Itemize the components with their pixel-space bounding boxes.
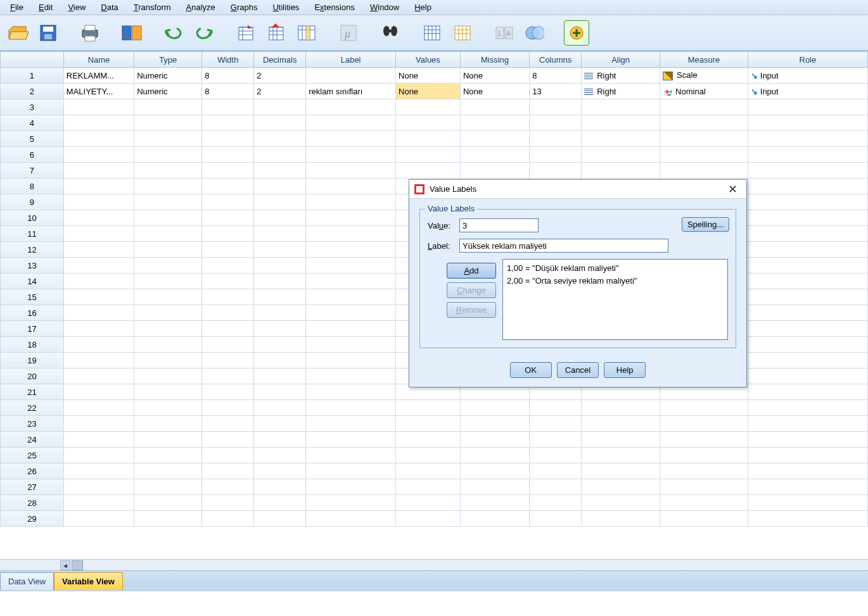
row-header[interactable]: 19: [1, 353, 64, 368]
empty-cell[interactable]: [63, 511, 134, 527]
empty-cell[interactable]: [63, 163, 134, 179]
select-cases-icon[interactable]: [564, 20, 589, 46]
table-row-empty[interactable]: 24: [1, 432, 868, 448]
goto-variable-icon[interactable]: [264, 20, 289, 46]
scroll-left-arrow-icon[interactable]: ◄: [60, 560, 70, 570]
empty-cell[interactable]: [306, 368, 396, 384]
row-header[interactable]: 28: [1, 495, 64, 511]
empty-cell[interactable]: [748, 384, 867, 400]
empty-cell[interactable]: [748, 131, 867, 147]
empty-cell[interactable]: [202, 337, 254, 353]
empty-cell[interactable]: [202, 115, 254, 131]
empty-cell[interactable]: [306, 305, 396, 321]
empty-cell[interactable]: [254, 289, 306, 305]
weight-cases-icon[interactable]: [522, 20, 547, 46]
empty-cell[interactable]: [748, 368, 867, 384]
cell-values[interactable]: None: [396, 84, 461, 99]
empty-cell[interactable]: [134, 289, 202, 305]
tab-variable-view[interactable]: Variable View: [54, 572, 123, 590]
empty-cell[interactable]: [582, 511, 660, 527]
empty-cell[interactable]: [660, 115, 748, 131]
empty-cell[interactable]: [134, 273, 202, 289]
row-header[interactable]: 3: [1, 99, 64, 115]
empty-cell[interactable]: [748, 448, 867, 463]
menu-data[interactable]: Data: [93, 1, 125, 13]
col-header-label[interactable]: Label: [306, 52, 396, 68]
table-row-empty[interactable]: 23: [1, 416, 868, 432]
empty-cell[interactable]: [748, 479, 867, 495]
empty-cell[interactable]: [748, 511, 867, 527]
menu-transform[interactable]: Transform: [126, 1, 179, 13]
empty-cell[interactable]: [460, 432, 529, 448]
empty-cell[interactable]: [134, 479, 202, 495]
empty-cell[interactable]: [63, 448, 134, 463]
cell-name[interactable]: MALIYETY...: [63, 84, 134, 99]
empty-cell[interactable]: [748, 194, 867, 210]
empty-cell[interactable]: [306, 226, 396, 242]
cell-type[interactable]: Numeric: [134, 68, 202, 84]
empty-cell[interactable]: [396, 163, 461, 179]
row-header[interactable]: 1: [1, 68, 64, 84]
empty-cell[interactable]: [63, 194, 134, 210]
empty-cell[interactable]: [63, 479, 134, 495]
empty-cell[interactable]: [63, 353, 134, 368]
table-row-empty[interactable]: 25: [1, 448, 868, 463]
empty-cell[interactable]: [582, 479, 660, 495]
empty-cell[interactable]: [306, 495, 396, 511]
menu-edit[interactable]: Edit: [31, 1, 60, 13]
row-header[interactable]: 16: [1, 305, 64, 321]
empty-cell[interactable]: [134, 258, 202, 273]
table-row-empty[interactable]: 28: [1, 495, 868, 511]
row-header[interactable]: 12: [1, 242, 64, 258]
cell-label[interactable]: [306, 68, 396, 84]
empty-cell[interactable]: [660, 131, 748, 147]
empty-cell[interactable]: [748, 99, 867, 115]
empty-cell[interactable]: [202, 194, 254, 210]
cancel-button[interactable]: Cancel: [557, 362, 599, 378]
row-header[interactable]: 4: [1, 115, 64, 131]
empty-cell[interactable]: [396, 479, 461, 495]
empty-cell[interactable]: [254, 479, 306, 495]
row-header[interactable]: 2: [1, 84, 64, 99]
row-header[interactable]: 25: [1, 448, 64, 463]
empty-cell[interactable]: [202, 242, 254, 258]
empty-cell[interactable]: [254, 305, 306, 321]
row-header[interactable]: 15: [1, 289, 64, 305]
empty-cell[interactable]: [134, 210, 202, 226]
cell-label[interactable]: reklam sınıfları: [306, 84, 396, 99]
variables-icon[interactable]: [294, 20, 319, 46]
empty-cell[interactable]: [660, 511, 748, 527]
empty-cell[interactable]: [202, 368, 254, 384]
empty-cell[interactable]: [748, 163, 867, 179]
empty-cell[interactable]: [306, 273, 396, 289]
empty-cell[interactable]: [254, 432, 306, 448]
empty-cell[interactable]: [582, 432, 660, 448]
empty-cell[interactable]: [460, 147, 529, 163]
empty-cell[interactable]: [660, 432, 748, 448]
insert-cases-icon[interactable]: [419, 20, 445, 46]
empty-cell[interactable]: [660, 463, 748, 479]
empty-cell[interactable]: [396, 99, 461, 115]
empty-cell[interactable]: [63, 400, 134, 416]
empty-cell[interactable]: [63, 337, 134, 353]
empty-cell[interactable]: [254, 210, 306, 226]
empty-cell[interactable]: [582, 147, 660, 163]
empty-cell[interactable]: [306, 400, 396, 416]
empty-cell[interactable]: [660, 147, 748, 163]
empty-cell[interactable]: [530, 432, 582, 448]
empty-cell[interactable]: [254, 353, 306, 368]
cell-role[interactable]: Input: [748, 84, 867, 99]
table-row-empty[interactable]: 7: [1, 163, 868, 179]
empty-cell[interactable]: [396, 131, 461, 147]
menu-analyze[interactable]: Analyze: [179, 1, 223, 13]
empty-cell[interactable]: [254, 273, 306, 289]
empty-cell[interactable]: [748, 147, 867, 163]
empty-cell[interactable]: [134, 147, 202, 163]
row-header[interactable]: 27: [1, 479, 64, 495]
scroll-thumb[interactable]: [72, 560, 83, 570]
empty-cell[interactable]: [530, 511, 582, 527]
empty-cell[interactable]: [134, 179, 202, 194]
menu-window[interactable]: Window: [362, 1, 407, 13]
cell-align[interactable]: Right: [582, 84, 660, 99]
empty-cell[interactable]: [306, 432, 396, 448]
